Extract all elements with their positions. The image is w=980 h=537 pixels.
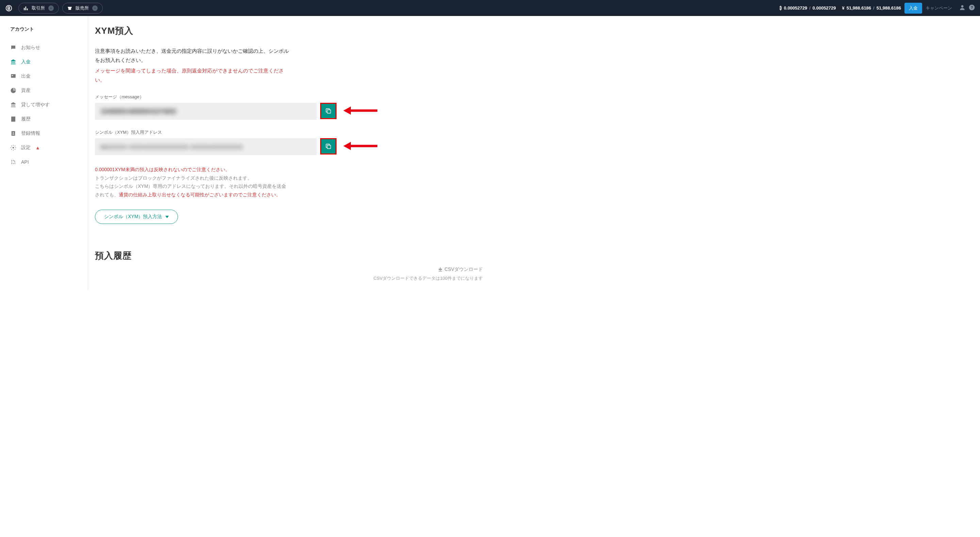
address-label: シンボル（XYM）預入用アドレス xyxy=(95,129,490,135)
jpy-symbol: ¥ xyxy=(842,5,845,11)
chevron-down-icon xyxy=(48,5,54,11)
caret-down-icon xyxy=(165,214,169,220)
csv-note: CSVダウンロードできるデータは100件までになります xyxy=(95,275,483,281)
profile-icon xyxy=(10,130,16,137)
instruction-text: 注意事項をお読みいただき、送金元の指定内容に誤りがないかご確認の上、シンボルをお… xyxy=(95,46,289,65)
copy-address-button[interactable] xyxy=(320,138,337,155)
exchange-dropdown[interactable]: 取引所 xyxy=(18,3,59,14)
jpy-rate: ¥ 51,988.6186 / 51,988.6186 xyxy=(842,5,901,11)
svg-text:?: ? xyxy=(970,5,973,10)
sidebar: アカウント お知らせ 入金 出金 資産 貸して増やす 履歴 登録情報 xyxy=(0,16,88,290)
pill-label: シンボル（XYM）預入方法 xyxy=(104,214,162,220)
btc-ask: 0.00052729 xyxy=(813,5,836,11)
history-title: 預入履歴 xyxy=(95,250,490,262)
chevron-down-icon xyxy=(92,5,98,11)
bank-icon xyxy=(10,59,16,65)
sidebar-item-label: 貸して増やす xyxy=(21,102,50,108)
note-finalize: トランザクションはブロックがファイナライズされた後に反映されます。 xyxy=(95,174,289,182)
lend-icon xyxy=(10,102,16,108)
sidebar-item-label: お知らせ xyxy=(21,45,40,51)
pie-icon xyxy=(10,88,16,94)
sidebar-item-api[interactable]: API xyxy=(0,155,88,169)
sidebar-item-label: 入金 xyxy=(21,59,30,65)
svg-rect-8 xyxy=(12,75,13,76)
message-label: メッセージ（message） xyxy=(95,94,490,100)
sidebar-item-withdraw[interactable]: 出金 xyxy=(0,69,88,83)
csv-link-label: CSVダウンロード xyxy=(444,266,483,272)
chart-icon xyxy=(24,6,28,11)
message-value-box: 1040000140000041074002 xyxy=(95,103,317,120)
api-icon xyxy=(10,159,16,165)
sidebar-item-label: 登録情報 xyxy=(21,130,40,137)
warning-icon: ▲ xyxy=(35,145,40,150)
copy-message-button[interactable] xyxy=(320,103,337,119)
sidebar-item-settings[interactable]: 設定 ▲ xyxy=(0,140,88,155)
page-title: XYM預入 xyxy=(95,25,490,37)
arrow-annotation xyxy=(343,105,377,118)
sidebar-item-label: 履歴 xyxy=(21,116,30,122)
svg-rect-1 xyxy=(24,8,25,10)
dropdown-label: 取引所 xyxy=(32,5,45,11)
btc-rate: ₿ 0.00052729 / 0.00052729 xyxy=(780,5,836,11)
note-min-amount: 0.000001XYM未満の預入は反映されないのでご注意ください。 xyxy=(95,166,289,174)
note-address-warning: 通貨の仕組み上取り出せなくなる可能性がございますのでご注意ください。 xyxy=(119,192,281,198)
sidebar-item-label: 設定 xyxy=(21,145,30,151)
sidebar-item-assets[interactable]: 資産 xyxy=(0,83,88,98)
address-value: NDXXXXX XXXXXXXXXXXXXXXX XXXXXXXXXXXXXX xyxy=(100,144,243,150)
jpy-ask: 51,988.6186 xyxy=(877,5,901,11)
jpy-bid: 51,988.6186 xyxy=(846,5,871,11)
arrow-annotation xyxy=(343,140,377,153)
campaign-link[interactable]: キャンペーン xyxy=(926,5,952,11)
message-icon xyxy=(10,45,16,51)
user-icon[interactable] xyxy=(959,4,966,12)
shop-dropdown[interactable]: 販売所 xyxy=(62,3,103,14)
notes-block: 0.000001XYM未満の預入は反映されないのでご注意ください。 トランザクシ… xyxy=(95,166,289,199)
svg-point-10 xyxy=(13,147,14,149)
withdraw-icon xyxy=(10,73,16,79)
help-icon[interactable]: ? xyxy=(969,4,975,12)
svg-rect-2 xyxy=(25,6,27,10)
dropdown-label: 販売所 xyxy=(76,5,89,11)
csv-block: CSVダウンロード CSVダウンロードできるデータは100件までになります xyxy=(95,266,490,281)
sidebar-item-notice[interactable]: お知らせ xyxy=(0,40,88,55)
svg-rect-11 xyxy=(327,110,331,113)
sidebar-item-history[interactable]: 履歴 xyxy=(0,112,88,126)
deposit-method-button[interactable]: シンボル（XYM）預入方法 xyxy=(95,210,178,224)
message-value: 1040000140000041074002 xyxy=(100,108,176,115)
message-row: 1040000140000041074002 xyxy=(95,103,337,120)
sidebar-item-label: 資産 xyxy=(21,88,30,94)
btc-symbol: ₿ xyxy=(780,5,782,11)
address-value-box: NDXXXXX XXXXXXXXXXXXXXXX XXXXXXXXXXXXXX xyxy=(95,138,317,155)
svg-rect-3 xyxy=(27,8,28,10)
gear-icon xyxy=(10,145,16,151)
sidebar-title: アカウント xyxy=(0,23,88,40)
svg-rect-12 xyxy=(327,145,331,149)
sidebar-item-label: API xyxy=(21,159,29,165)
list-icon xyxy=(10,116,16,122)
warning-text: メッセージを間違ってしまった場合、原則返金対応ができませんのでご注意ください。 xyxy=(95,66,289,84)
btc-bid: 0.00052729 xyxy=(784,5,808,11)
address-row: NDXXXXX XXXXXXXXXXXXXXXX XXXXXXXXXXXXXX xyxy=(95,138,337,155)
svg-point-9 xyxy=(13,132,14,133)
deposit-button[interactable]: 入金 xyxy=(904,3,922,14)
sidebar-item-lending[interactable]: 貸して増やす xyxy=(0,98,88,112)
sidebar-item-deposit[interactable]: 入金 xyxy=(0,55,88,69)
shop-icon xyxy=(67,6,72,11)
csv-download-link[interactable]: CSVダウンロード xyxy=(438,266,483,272)
sidebar-item-label: 出金 xyxy=(21,73,30,79)
svg-rect-7 xyxy=(11,74,16,78)
svg-point-4 xyxy=(961,5,964,8)
main-content: XYM預入 注意事項をお読みいただき、送金元の指定内容に誤りがないかご確認の上、… xyxy=(88,16,496,290)
logo-icon[interactable] xyxy=(5,4,13,12)
header-bar: 取引所 販売所 ₿ 0.00052729 / 0.00052729 ¥ 51,9… xyxy=(0,0,980,16)
sidebar-item-profile[interactable]: 登録情報 xyxy=(0,126,88,140)
